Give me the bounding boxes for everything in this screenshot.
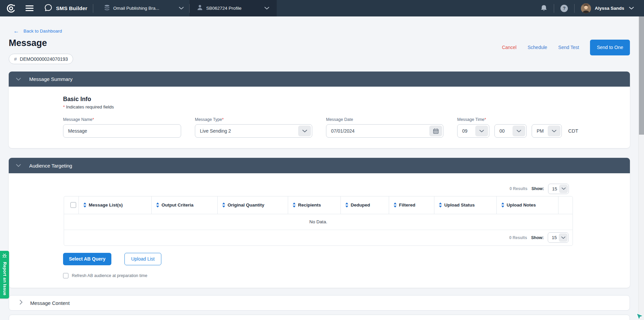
app-title-group: SMS Builder [44,3,88,13]
column-header-recipients[interactable]: Recipients [288,196,340,214]
sms-builder-app: SMS Builder Omail Publishing Bra... [0,0,644,320]
column-header-upload-notes[interactable]: Upload Notes [496,196,558,214]
no-data-text: No Data. [309,219,327,224]
message-name-input[interactable] [63,124,181,138]
message-name-field: Message Name* [63,117,181,138]
scrollbar-thumb[interactable] [639,16,644,135]
sort-icon[interactable] [393,202,397,208]
report-issue-tab[interactable]: Report an Issue [0,251,9,299]
column-header-deduped[interactable]: Deduped [340,196,389,214]
column-header-message-lists[interactable]: Message List(s) [78,196,151,214]
message-type-select[interactable]: Live Sending 2 [195,124,312,138]
app-name: SMS Builder [56,5,88,11]
table-pagination-top: 0 Results Show: 15 [64,181,573,196]
message-type-field: Message Type* Live Sending 2 [195,117,312,138]
column-header-actions [558,196,573,214]
column-header-upload-status[interactable]: Upload Status [434,196,496,214]
time-hour-select[interactable]: 09 [457,124,489,138]
top-navbar: SMS Builder Omail Publishing Bra... [0,0,644,16]
column-header-filtered[interactable]: Filtered [389,196,434,214]
back-arrow-icon: ← [13,28,19,34]
back-to-dashboard-link[interactable]: ← Back to Dashboard [13,28,62,34]
page-size-value: 15 [548,186,558,191]
time-meridiem-select[interactable]: PM [532,124,562,138]
chevron-down-icon [559,185,568,193]
sort-icon[interactable] [83,202,87,208]
column-header-output-criteria[interactable]: Output Criteria [151,196,217,214]
profile-dropdown-label: SB062724 Profile [206,6,241,11]
required-star: * [63,104,65,109]
table-pagination-bottom: 0 Results Show: 15 [64,230,573,245]
chevron-down-icon [559,233,568,242]
brand-dropdown[interactable]: Omail Publishing Bra... [99,0,189,16]
required-fields-note: * Indicates required fields [63,104,630,109]
hamburger-menu-icon[interactable] [25,5,34,11]
report-issue-label: Report an Issue [2,262,7,295]
omeda-logo-icon[interactable] [6,4,16,13]
page-title: Message [9,38,47,48]
navbar-divider [574,4,575,13]
column-header-original-quantity[interactable]: Original Quantity [217,196,288,214]
time-meridiem-value: PM [532,128,547,134]
header-actions: Cancel Schedule Send Test Send to One [502,39,630,55]
message-type-label: Message Type* [195,117,312,122]
upload-list-button[interactable]: Upload List [124,253,161,265]
chevron-down-icon [298,126,311,136]
navbar-left: SMS Builder Omail Publishing Bra... [0,0,277,16]
audience-targeting-title: Audience Targeting [29,163,72,169]
message-date-input[interactable]: 07/01/2024 [326,124,443,138]
user-name: Alyssa Sands [595,6,624,11]
navbar-divider [554,4,554,13]
vertical-scrollbar[interactable] [638,16,644,320]
message-id-badge: # DEMO0000024070193 [9,54,73,64]
chevron-down-icon [16,163,21,169]
calendar-icon[interactable] [429,126,442,136]
mouse-cursor [636,313,644,320]
audience-table-zone: 0 Results Show: 15 [64,181,573,246]
sort-icon[interactable] [222,202,225,208]
message-id-value: DEMO0000024070193 [20,56,68,62]
cancel-button[interactable]: Cancel [502,45,517,50]
send-test-button[interactable]: Send Test [558,45,579,50]
refresh-ab-checkbox[interactable] [63,273,68,278]
schedule-button[interactable]: Schedule [528,45,547,50]
sort-icon[interactable] [439,202,442,208]
select-all-checkbox[interactable] [70,202,76,208]
database-icon [104,4,110,12]
audience-targeting-header[interactable]: Audience Targeting [9,158,630,173]
page-size-select[interactable]: 15 [548,184,569,194]
basic-info-heading: Basic Info [63,96,630,103]
message-summary-header[interactable]: Message Summary [9,72,630,87]
sort-icon[interactable] [156,202,159,208]
notifications-bell-icon[interactable] [540,4,547,12]
table-empty-row: No Data. [64,214,573,230]
audience-table: Message List(s) Output Criteria Original… [64,196,573,246]
basic-info-section: Basic Info * Indicates required fields M… [9,87,630,138]
select-ab-query-button[interactable]: Select AB Query [63,253,111,265]
navbar-right: ? Alyssa Sands [540,0,644,16]
sort-icon[interactable] [501,202,504,208]
help-icon[interactable]: ? [560,5,568,12]
message-content-card[interactable]: Message Content [9,295,630,311]
time-minute-select[interactable]: 00 [494,124,527,138]
chevron-down-icon [16,76,21,82]
chevron-down-icon [179,7,184,10]
user-avatar[interactable] [581,3,591,13]
send-to-one-button[interactable]: Send to One [590,40,630,55]
profile-dropdown[interactable]: SB062724 Profile [190,0,277,16]
chevron-down-icon[interactable] [629,7,634,10]
page-size-select[interactable]: 15 [548,232,569,243]
bug-icon [2,253,7,260]
help-glyph: ? [560,5,568,12]
sort-icon[interactable] [292,202,296,208]
brand-dropdown-label: Omail Publishing Bra... [113,6,159,11]
time-minute-value: 00 [495,128,512,134]
message-time-label: Message Time* [457,117,578,122]
hash-icon: # [14,56,17,62]
sort-icon[interactable] [345,202,348,208]
message-name-label: Message Name* [63,117,181,122]
message-summary-card: Message Summary Basic Info * Indicates r… [9,72,630,148]
message-date-value: 07/01/2024 [326,128,428,134]
show-label: Show: [532,186,544,191]
person-icon [197,4,203,12]
